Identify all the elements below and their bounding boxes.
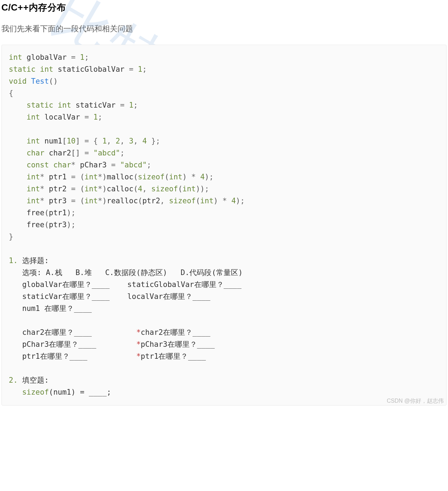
id-localVar: localVar xyxy=(44,113,80,121)
q1-line2: staticVar在哪里？____ localVar在哪里？____ xyxy=(9,292,210,301)
q1-line4b: char2在哪里？____ xyxy=(141,328,210,337)
q1-number: 1. xyxy=(9,256,18,265)
fn-Test: Test xyxy=(31,77,49,85)
lit-one: 1 xyxy=(80,53,84,62)
lit-ten: 10 xyxy=(67,137,75,145)
q2-line1b: (num1) = ____; xyxy=(49,388,111,396)
deref-star: * xyxy=(136,352,141,361)
id-ptr3: ptr3 xyxy=(49,197,67,205)
deref-star: * xyxy=(136,340,141,349)
q1-line4a: char2在哪里？____ xyxy=(9,328,136,337)
id-staticVar: staticVar xyxy=(76,101,116,109)
id-ptr1: ptr1 xyxy=(49,173,67,181)
q2-number: 2. xyxy=(9,376,18,384)
page-heading: C/C++内存分布 xyxy=(1,1,447,14)
q1-line5b: pChar3在哪里？____ xyxy=(141,340,215,349)
kw-sizeof-q: sizeof xyxy=(22,388,49,396)
id-globalVar: globalVar xyxy=(27,53,67,62)
intro-paragraph: 我们先来看下面的一段代码和相关问题 xyxy=(1,24,447,34)
q2-title: 填空题: xyxy=(22,376,49,384)
fn-malloc: malloc xyxy=(107,173,133,181)
id-pChar3: pChar3 xyxy=(80,161,107,169)
kw-const: const xyxy=(27,161,49,169)
kw-int: int xyxy=(9,53,22,62)
footer-credit: CSDN @你好，赵志伟 xyxy=(387,397,444,405)
id-ptr2: ptr2 xyxy=(49,185,67,193)
deref-star: * xyxy=(136,328,141,337)
q1-line6b: ptr1在哪里？____ xyxy=(141,352,206,361)
kw-static: static xyxy=(9,65,36,74)
q1-line6a: ptr1在哪里？____ xyxy=(9,352,136,361)
kw-void: void xyxy=(9,77,27,85)
q1-title: 选择题: xyxy=(22,256,49,265)
kw-sizeof: sizeof xyxy=(138,173,165,181)
q1-options: 选项: A.栈 B.堆 C.数据段(静态区) D.代码段(常量区) xyxy=(9,268,243,277)
id-char2: char2 xyxy=(49,149,71,157)
q1-line3: num1 在哪里？____ xyxy=(9,304,92,313)
q2-line1a xyxy=(9,388,22,396)
q1-line1: globalVar在哪里？____ staticGlobalVar在哪里？___… xyxy=(9,280,241,289)
code-block: int globalVar = 1; static int staticGlob… xyxy=(1,45,447,406)
fn-realloc: realloc xyxy=(107,197,138,205)
id-num1: num1 xyxy=(44,137,62,145)
id-staticGlobalVar: staticGlobalVar xyxy=(58,65,125,74)
fn-calloc: calloc xyxy=(107,185,133,193)
lit-abcd: "abcd" xyxy=(93,149,120,157)
fn-free: free xyxy=(27,209,45,217)
q1-line5a: pChar3在哪里？____ xyxy=(9,340,136,349)
